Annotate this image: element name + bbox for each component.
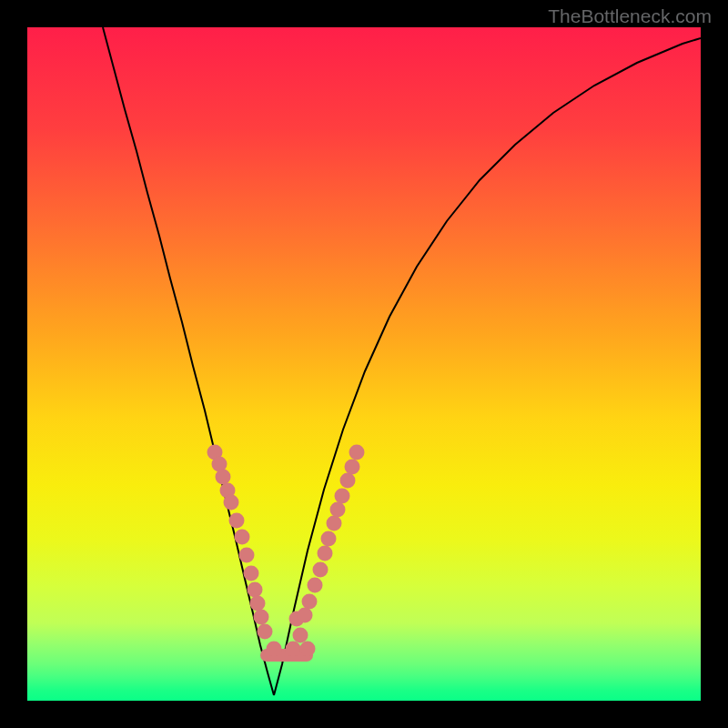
data-dot bbox=[293, 628, 308, 643]
data-dot bbox=[313, 562, 329, 578]
plot-area bbox=[27, 27, 701, 701]
right-curve bbox=[274, 38, 701, 695]
data-dot bbox=[340, 473, 356, 489]
data-dot bbox=[327, 516, 342, 531]
data-dot bbox=[248, 582, 263, 598]
data-dot bbox=[239, 548, 255, 563]
data-dot bbox=[224, 495, 239, 511]
data-dot bbox=[335, 489, 350, 504]
data-dot bbox=[345, 460, 360, 475]
left-curve bbox=[103, 27, 274, 695]
data-dot bbox=[258, 624, 273, 640]
data-dot bbox=[349, 445, 365, 460]
chart-svg bbox=[27, 27, 701, 701]
data-dot bbox=[254, 610, 269, 625]
data-dot bbox=[330, 502, 346, 518]
data-dot bbox=[286, 642, 301, 657]
data-dot bbox=[229, 513, 245, 529]
data-dot bbox=[244, 566, 259, 581]
data-dot bbox=[308, 578, 323, 593]
data-dot bbox=[321, 531, 337, 547]
data-dot bbox=[216, 470, 231, 485]
data-dot bbox=[318, 546, 333, 561]
data-dot bbox=[302, 594, 318, 610]
data-dot bbox=[298, 608, 313, 623]
watermark-text: TheBottleneck.com bbox=[548, 5, 712, 27]
data-dot bbox=[250, 596, 266, 612]
data-dot bbox=[235, 530, 250, 545]
data-dot bbox=[300, 642, 316, 657]
data-dots bbox=[207, 445, 365, 657]
data-dot bbox=[267, 642, 282, 657]
